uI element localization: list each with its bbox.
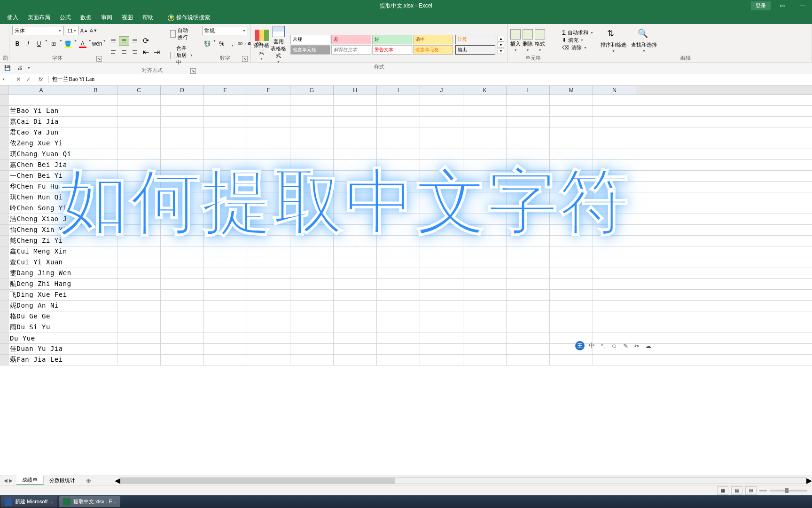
cell[interactable] [204,279,247,289]
cell[interactable] [161,268,204,278]
cell[interactable] [74,138,117,149]
increase-indent-button[interactable]: ⇥ [151,48,162,57]
cell[interactable] [204,117,247,127]
cell[interactable] [204,355,247,365]
cell[interactable] [117,268,161,278]
cell[interactable] [161,106,204,116]
cell[interactable] [593,322,636,333]
cell[interactable] [334,106,377,116]
cell[interactable] [420,322,463,333]
grid-row[interactable]: 君Cao Ya Jun [0,127,812,138]
col-header-e[interactable]: E [204,86,247,95]
cell[interactable] [507,322,550,333]
cell[interactable] [290,290,334,300]
row-header[interactable] [0,333,8,343]
ime-cloud-icon[interactable]: ☁ [644,341,652,350]
cell[interactable] [161,333,204,343]
cell[interactable] [593,355,636,365]
cell[interactable] [161,117,204,127]
cell[interactable] [247,257,290,268]
cell[interactable] [550,257,593,268]
cell[interactable] [204,290,247,300]
cell[interactable] [507,344,550,354]
row-header[interactable] [0,344,8,354]
tab-insert[interactable]: 插入 [7,14,18,22]
align-top-button[interactable] [108,36,118,46]
cell[interactable] [334,333,377,343]
cancel-icon[interactable]: ✕ [16,76,21,83]
col-header-l[interactable]: L [507,86,550,95]
cell[interactable]: 磊Fan Jia Lei [8,355,74,365]
cell[interactable] [420,301,463,311]
cell[interactable] [204,268,247,278]
cell[interactable] [377,117,420,127]
cell[interactable] [74,279,117,289]
cell[interactable] [463,355,507,365]
cell[interactable] [463,257,507,268]
cell[interactable] [377,257,420,268]
cell[interactable] [377,290,420,300]
page-break-view-icon[interactable]: ⊞ [745,486,757,495]
row-header[interactable] [0,355,8,365]
cell[interactable] [463,344,507,354]
cell[interactable] [334,117,377,127]
cell[interactable] [507,268,550,278]
cell[interactable] [334,301,377,311]
cell[interactable] [334,268,377,278]
row-header[interactable] [0,257,8,268]
cell[interactable] [334,95,377,105]
cell[interactable] [290,279,334,289]
sheet-tab-1[interactable]: 成绩单 [16,476,44,485]
cell[interactable] [550,322,593,333]
cell[interactable] [420,268,463,278]
cell[interactable] [463,106,507,116]
row-header[interactable] [0,246,8,257]
col-header-i[interactable]: I [377,86,420,95]
increase-font-icon[interactable]: A▲ [80,26,88,35]
percent-button[interactable]: % [217,39,227,48]
cell-styles-gallery[interactable]: 常规 差 好 适中 检查单元格 解释性文本 警告文本 链接单元格 [290,35,453,55]
taskbar-item-word[interactable]: 新建 Microsoft ... [1,496,57,507]
cell[interactable] [117,117,161,127]
cell[interactable] [377,268,420,278]
cell[interactable] [377,106,420,116]
style-check-cell[interactable]: 检查单元格 [290,45,330,55]
cell[interactable] [507,106,550,116]
cell[interactable] [377,322,420,333]
grid-row[interactable]: Du Yue [0,333,812,344]
cell[interactable] [550,106,593,116]
cell[interactable] [550,279,593,289]
phonetic-button[interactable]: wén [92,39,102,48]
cell[interactable] [117,290,161,300]
cell[interactable] [204,301,247,311]
cell[interactable] [204,95,247,105]
cell[interactable] [377,279,420,289]
cell[interactable] [74,322,117,333]
ime-scissors-icon[interactable]: ✂ [632,341,641,350]
clear-button[interactable]: ⌫清除▼ [562,44,593,51]
cell[interactable] [290,322,334,333]
zoom-slider[interactable] [770,490,807,492]
cell[interactable] [334,290,377,300]
sort-filter-button[interactable]: ⇅排序和筛选▼ [601,28,626,53]
tab-view[interactable]: 视图 [122,14,133,22]
cell[interactable] [377,311,420,322]
cell[interactable] [334,127,377,138]
cell[interactable]: 萱Cui Yi Xuan [8,257,74,268]
cell[interactable] [290,311,334,322]
cell[interactable] [74,290,117,300]
format-cells-button[interactable]: 格式▼ [535,29,545,52]
formula-input[interactable]: 包一兰Bao Yi Lan [49,74,812,84]
cell[interactable] [161,322,204,333]
row-header[interactable] [0,268,8,278]
cell[interactable] [161,257,204,268]
cell[interactable] [290,138,334,149]
cell[interactable] [290,333,334,343]
cell[interactable] [290,106,334,116]
grid-row[interactable]: 航Deng Zhi Hang [0,279,812,290]
cell[interactable] [507,301,550,311]
cell[interactable] [290,95,334,105]
grid-row[interactable]: 妮Dong An Ni [0,301,812,311]
row-header[interactable] [0,192,8,203]
cell[interactable] [161,344,204,354]
